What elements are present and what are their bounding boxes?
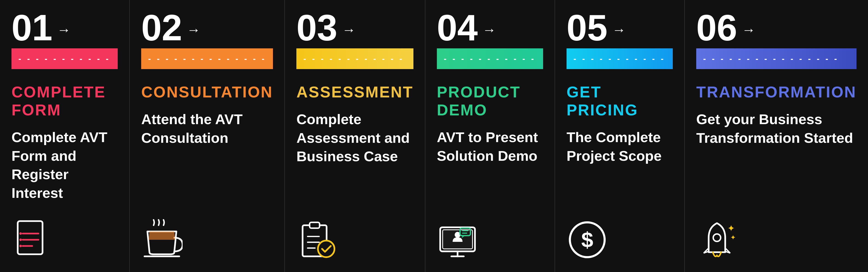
color-bar-6 [696, 48, 857, 69]
step-1: 01 → COMPLETE FORM Complete AVT Form and… [0, 0, 129, 272]
svg-rect-0 [18, 221, 42, 254]
step-number-6: 06 → [696, 9, 857, 46]
step-number-1: 01 → [11, 9, 118, 46]
step-6: 06 → TRANSFORMATION Get your Business Tr… [684, 0, 868, 272]
main-container: 01 → COMPLETE FORM Complete AVT Form and… [0, 0, 868, 272]
step-desc-4: AVT to Present Solution Demo [437, 128, 543, 205]
step-icon-1 [11, 205, 118, 261]
arrow-6: → [742, 23, 755, 37]
step-desc-1: Complete AVT Form and Register Interest [11, 128, 118, 205]
rocket-icon: ✦ ✦ [696, 219, 738, 261]
step-label-1: COMPLETE FORM [11, 83, 118, 119]
step-icon-3 [297, 205, 413, 261]
step-3: 03 → ASSESSMENT Complete Assessment and … [284, 0, 425, 272]
coffee-icon [141, 219, 183, 261]
checklist-icon [297, 219, 338, 261]
step-desc-2: Attend the AVT Consultation [141, 110, 273, 205]
step-label-5: GET PRICING [566, 83, 673, 119]
arrow-4: → [483, 23, 496, 37]
color-bar-2 [141, 48, 273, 69]
svg-point-6 [19, 245, 22, 247]
svg-text:✦: ✦ [730, 234, 736, 241]
step-icon-5: $ [566, 205, 673, 261]
color-bar-3 [297, 48, 413, 69]
step-2: 02 → CONSULTATION Attend the AVT Consult… [129, 0, 284, 272]
svg-text:$: $ [581, 227, 593, 252]
arrow-3: → [342, 23, 356, 37]
step-5: 05 → GET PRICING The Complete Project Sc… [555, 0, 684, 272]
arrow-1: → [57, 23, 71, 37]
step-desc-3: Complete Assessment and Business Case [297, 110, 413, 205]
color-bar-4 [437, 48, 543, 69]
step-label-6: TRANSFORMATION [696, 83, 857, 101]
svg-point-5 [19, 239, 22, 241]
step-icon-6: ✦ ✦ [696, 205, 857, 261]
step-label-4: PRODUCT DEMO [437, 83, 543, 119]
step-desc-6: Get your Business Transformation Started [696, 110, 857, 205]
step-number-3: 03 → [297, 9, 413, 46]
step-label-3: ASSESSMENT [297, 83, 413, 101]
svg-point-24 [713, 234, 721, 241]
color-bar-5 [566, 48, 673, 69]
step-label-2: CONSULTATION [141, 83, 273, 101]
step-number-4: 04 → [437, 9, 543, 46]
svg-rect-9 [310, 222, 320, 228]
step-icon-2 [141, 205, 273, 261]
step-number-5: 05 → [566, 9, 673, 46]
step-desc-5: The Complete Project Scope [566, 128, 673, 205]
demo-icon [437, 219, 478, 261]
arrow-5: → [612, 23, 626, 37]
step-number-2: 02 → [141, 9, 273, 46]
color-bar-1 [11, 48, 118, 69]
step-icon-4 [437, 205, 543, 261]
arrow-2: → [187, 23, 200, 37]
svg-point-13 [318, 241, 335, 257]
svg-point-4 [19, 233, 22, 235]
pricing-icon: $ [566, 219, 608, 261]
step-4: 04 → PRODUCT DEMO AVT to Present Solutio… [425, 0, 555, 272]
svg-text:✦: ✦ [727, 223, 735, 233]
form-icon [11, 219, 53, 261]
